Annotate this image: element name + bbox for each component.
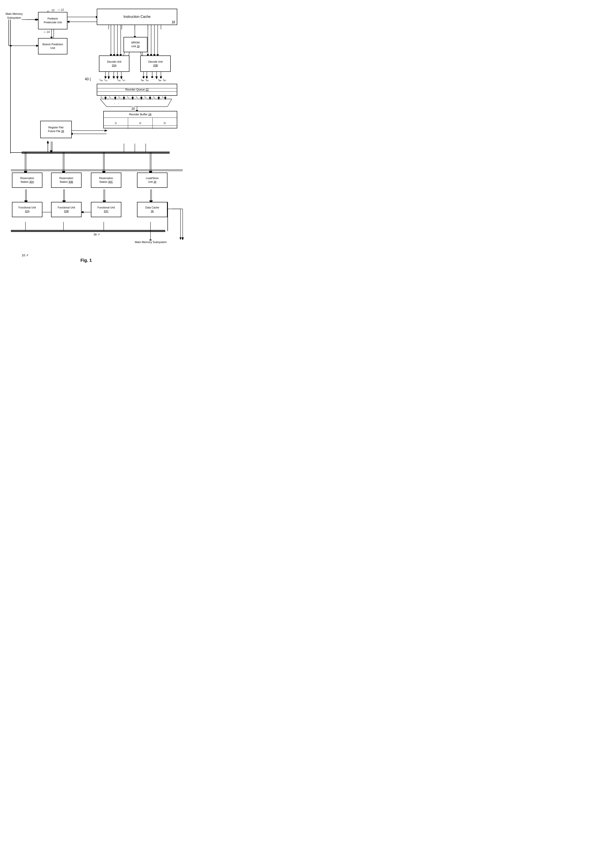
func-unit-b-box: Functional Unit32B <box>51 202 82 217</box>
func-unit-a-box: Functional Unit32A <box>12 202 42 217</box>
label-dots-b: · · · <box>152 78 155 80</box>
svg-line-47 <box>167 99 172 107</box>
label-ia6: IA6 <box>117 78 120 82</box>
func-unit-a-label: Functional Unit32A <box>18 206 36 213</box>
label-ib6: IB6 <box>158 78 161 82</box>
mrom-label: MROMUnit 18 <box>131 41 139 48</box>
rob-i2: I2 <box>128 118 153 129</box>
reorder-buffer-label: Reorder Buffer 26 <box>104 112 177 117</box>
data-cache-box: Data Cache36 <box>137 202 167 217</box>
register-file-label: Register File/Future File 28 <box>48 126 64 133</box>
decode-b-box: Decode Unit20B <box>140 56 171 72</box>
reorder-queue-box: Reorder Queue 22 <box>97 84 177 96</box>
prefetch-bracket: ⌐ <box>47 9 50 14</box>
decode-a-box: Decode Unit20A <box>99 56 129 72</box>
label-12: — 12 <box>58 8 64 11</box>
label-i3: I3 <box>127 96 129 99</box>
rob-i3: I3 <box>153 118 177 129</box>
instruction-cache-label: Instruction Cache <box>124 14 151 19</box>
label-ib0: IB0 <box>141 78 144 82</box>
label-ia0: IA0 <box>100 78 103 82</box>
res-station-a-label: ReservationStation 30A <box>20 176 34 184</box>
dots-center: · · <box>114 102 119 106</box>
svg-line-46 <box>100 99 106 107</box>
res-station-b-label: ReservationStation 30B <box>59 176 73 184</box>
reorder-buffer-box: Reorder Buffer 26 I1 I2 I3 <box>103 111 177 128</box>
label-i6: I6 <box>153 96 155 99</box>
load-store-box: Load/StoreUnit 34 <box>137 173 167 188</box>
res-station-c-box: ReservationStation 30C <box>91 173 121 188</box>
label-i7: I7 <box>162 96 164 99</box>
label-ib1: IB1 <box>146 78 149 82</box>
prefetch-number: 12 <box>52 9 55 12</box>
label-i4: I4 <box>136 96 138 99</box>
label-ia7: IA7 <box>122 78 125 82</box>
label-40: 40 { <box>85 77 91 81</box>
register-file-box: Register File/Future File 28 <box>40 121 72 138</box>
rob-i1: I1 <box>104 118 128 129</box>
label-10: 10 ↗ <box>22 253 29 257</box>
label-i1: I1 <box>109 96 111 99</box>
label-i5: I5 <box>145 96 146 99</box>
func-unit-c-label: Functional Unit32C <box>97 206 115 213</box>
diagram: Main Memory Subsystem Prefetch/Predecode… <box>0 0 196 283</box>
instruction-cache-box: Instruction Cache 16 <box>97 9 177 25</box>
reorder-queue-label: Reorder Queue 22 <box>125 88 149 92</box>
res-station-c-label: ReservationStation 30C <box>99 176 113 184</box>
fig-label: Fig. 1 <box>80 258 92 263</box>
decode-b-label: Decode Unit20B <box>148 60 163 67</box>
label-14: — 14 <box>44 30 50 33</box>
label-ib7: IB7 <box>163 78 166 82</box>
label-i2: I2 <box>118 96 120 99</box>
decode-a-label: Decode Unit20A <box>107 60 121 67</box>
prefetch-label: Prefetch/Predecode Unit <box>44 17 62 24</box>
res-station-a-box: ReservationStation 30A <box>12 173 42 188</box>
load-store-label: Load/StoreUnit 34 <box>146 176 159 184</box>
func-unit-c-box: Functional Unit32C <box>91 202 121 217</box>
branch-prediction-box: Branch PredictionUnit <box>38 38 67 55</box>
instruction-cache-number: 16 <box>171 20 175 24</box>
label-24: 24 <box>132 107 135 110</box>
label-dots-a: · · · <box>111 78 114 80</box>
prefetch-box: Prefetch/Predecode Unit 12 ⌐ <box>38 12 67 29</box>
data-cache-label: Data Cache36 <box>145 206 159 213</box>
res-station-b-box: ReservationStation 30B <box>51 173 82 188</box>
main-memory-bottom-label: Main Memory Subsystem <box>135 240 167 244</box>
label-ia1: IA1 <box>105 78 108 82</box>
mrom-box: MROMUnit 18 <box>124 37 147 52</box>
label-i0: I0 <box>101 96 102 99</box>
label-38: 38 ↗ <box>94 233 100 236</box>
branch-prediction-label: Branch PredictionUnit <box>42 42 63 50</box>
func-unit-b-label: Functional Unit32B <box>58 206 75 213</box>
